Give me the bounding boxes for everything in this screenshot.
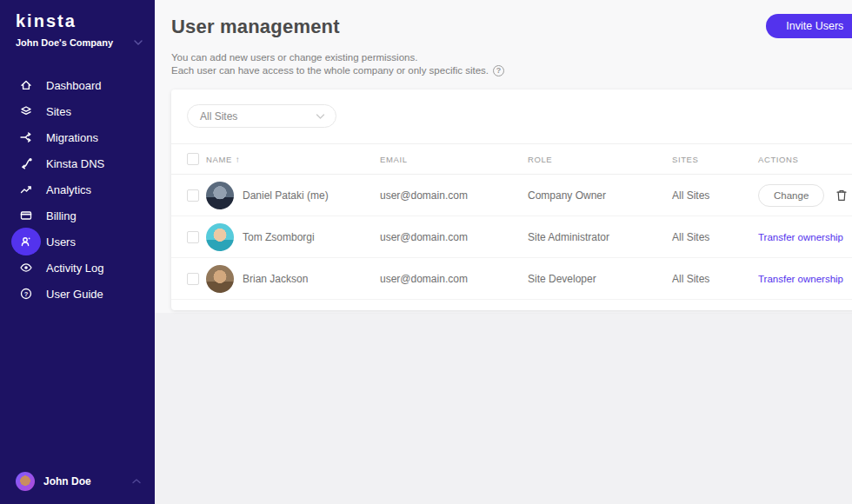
column-header-sites[interactable]: SITES (672, 155, 758, 164)
sidebar-item-label: Kinsta DNS (46, 157, 104, 170)
migrations-icon (11, 124, 41, 150)
row-checkbox[interactable] (187, 189, 199, 202)
user-name-cell: Daniel Pataki (me) (206, 182, 380, 209)
sites-icon (11, 98, 41, 124)
sidebar-item-analytics[interactable]: Analytics (0, 176, 155, 202)
user-sites: All Sites (672, 189, 758, 202)
column-header-name[interactable]: NAME ↑ (206, 155, 380, 164)
avatar (206, 223, 234, 251)
user-role: Site Administrator (528, 231, 672, 243)
avatar (206, 182, 234, 209)
sidebar-item-sites[interactable]: Sites (0, 98, 155, 124)
table-row: Daniel Pataki (me) user@domain.com Compa… (171, 175, 852, 216)
billing-icon (11, 202, 41, 229)
page-description: You can add new users or change existing… (171, 51, 852, 77)
sidebar-item-dashboard[interactable]: Dashboard (0, 72, 155, 98)
user-name: Tom Zsomborgi (243, 231, 315, 243)
user-name: Daniel Pataki (me) (243, 189, 329, 202)
sidebar-item-activity-log[interactable]: Activity Log (0, 255, 155, 281)
chevron-up-icon (132, 478, 141, 485)
sidebar: kinsta John Doe's Company Dashboard Site… (0, 0, 155, 504)
svg-text:?: ? (24, 290, 29, 298)
transfer-ownership-link[interactable]: Transfer ownership (758, 232, 843, 242)
column-header-email[interactable]: EMAIL (380, 155, 528, 164)
table-row: Brian Jackson user@domain.com Site Devel… (171, 258, 852, 300)
select-all-checkbox[interactable] (187, 153, 199, 165)
user-name: Brian Jackson (243, 273, 308, 285)
app-window: kinsta John Doe's Company Dashboard Site… (0, 0, 852, 504)
main-content: User management Invite Users You can add… (155, 0, 852, 504)
sidebar-item-label: Dashboard (46, 79, 102, 92)
change-button[interactable]: Change (758, 184, 824, 207)
chevron-down-icon (134, 39, 143, 46)
kinsta-logo: kinsta (0, 0, 155, 31)
company-name: John Doe's Company (16, 37, 113, 48)
user-sites: All Sites (672, 273, 758, 285)
user-email: user@domain.com (380, 231, 528, 243)
sidebar-item-label: User Guide (46, 288, 103, 301)
site-filter-select[interactable]: All Sites (187, 104, 336, 128)
row-actions: Transfer ownership (758, 232, 848, 242)
user-name-cell: Brian Jackson (206, 265, 380, 293)
avatar (206, 265, 234, 293)
invite-users-button[interactable]: Invite Users (766, 14, 852, 38)
page-title: User management (171, 16, 852, 38)
eye-icon (11, 255, 41, 281)
user-role: Site Developer (528, 273, 672, 285)
sidebar-item-kinsta-dns[interactable]: Kinsta DNS (0, 150, 155, 176)
description-line-2: Each user can have access to the whole c… (171, 64, 489, 77)
help-icon[interactable]: ? (493, 65, 504, 76)
sidebar-item-billing[interactable]: Billing (0, 202, 155, 229)
sidebar-nav: Dashboard Sites Migrations Kinsta DNS (0, 72, 155, 307)
sidebar-item-users[interactable]: Users (0, 229, 155, 255)
table-header: NAME ↑ EMAIL ROLE SITES ACTIONS (171, 143, 852, 175)
sidebar-user-name: John Doe (43, 475, 91, 487)
sidebar-item-migrations[interactable]: Migrations (0, 124, 155, 150)
avatar (16, 472, 35, 491)
sidebar-item-label: Sites (46, 105, 71, 118)
description-line-1: You can add new users or change existing… (171, 51, 852, 64)
row-checkbox[interactable] (187, 231, 199, 243)
sort-ascending-icon: ↑ (236, 155, 241, 164)
filter-row: All Sites (171, 90, 852, 143)
user-role: Company Owner (528, 189, 672, 202)
sidebar-user-menu[interactable]: John Doe (0, 461, 155, 504)
site-filter-value: All Sites (200, 110, 237, 123)
sidebar-item-user-guide[interactable]: ? User Guide (0, 281, 155, 307)
transfer-ownership-link[interactable]: Transfer ownership (758, 274, 843, 284)
sidebar-item-label: Users (46, 235, 76, 249)
analytics-icon (11, 176, 41, 202)
row-actions: Change (758, 184, 848, 207)
table-row: Tom Zsomborgi user@domain.com Site Admin… (171, 216, 852, 258)
column-header-actions: ACTIONS (758, 155, 848, 164)
column-header-role[interactable]: ROLE (528, 155, 672, 164)
home-icon (11, 72, 41, 98)
row-actions: Transfer ownership (758, 274, 848, 284)
chevron-down-icon (316, 113, 325, 120)
user-name-cell: Tom Zsomborgi (206, 223, 380, 251)
user-email: user@domain.com (380, 189, 528, 202)
user-sites: All Sites (672, 231, 758, 243)
user-add-icon (11, 228, 41, 255)
sidebar-item-label: Activity Log (46, 262, 103, 275)
users-card: All Sites NAME ↑ EMAIL ROLE SITES ACTION… (171, 90, 852, 310)
page-header: User management Invite Users You can add… (171, 0, 852, 77)
sidebar-item-label: Analytics (46, 183, 91, 196)
sidebar-item-label: Migrations (46, 131, 98, 144)
row-checkbox[interactable] (187, 273, 199, 285)
trash-icon[interactable] (835, 189, 848, 202)
question-circle-icon: ? (11, 281, 41, 307)
sidebar-item-label: Billing (46, 209, 77, 222)
dns-icon (11, 150, 41, 176)
company-switcher[interactable]: John Doe's Company (0, 31, 155, 48)
user-email: user@domain.com (380, 273, 528, 285)
